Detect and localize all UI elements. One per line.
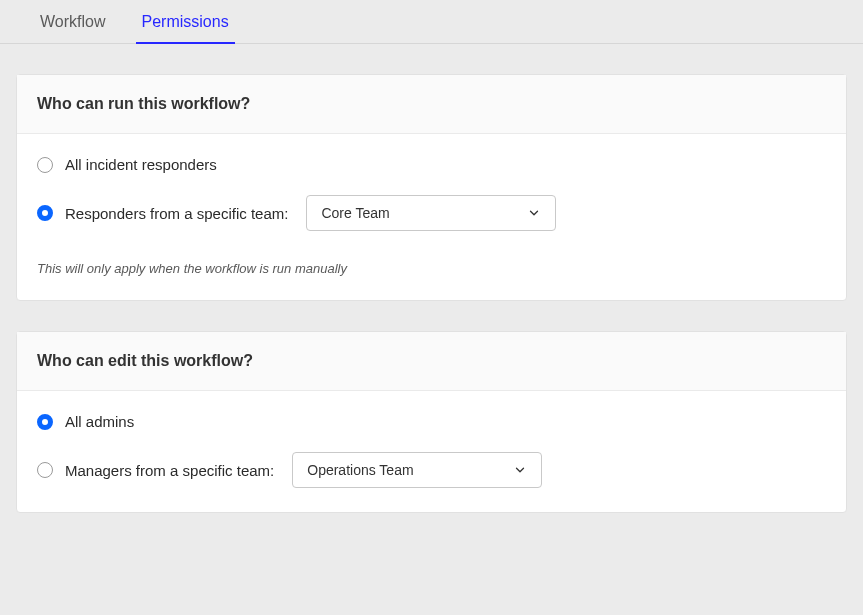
chevron-down-icon bbox=[513, 463, 527, 477]
run-section-hint: This will only apply when the workflow i… bbox=[37, 261, 826, 276]
run-team-select[interactable]: Core Team bbox=[306, 195, 556, 231]
radio-edit-team-label: Managers from a specific team: bbox=[65, 462, 274, 479]
edit-section-title: Who can edit this workflow? bbox=[17, 332, 846, 391]
run-section-title: Who can run this workflow? bbox=[17, 75, 846, 134]
tab-workflow[interactable]: Workflow bbox=[36, 5, 110, 43]
run-team-select-value: Core Team bbox=[321, 205, 389, 221]
radio-run-all-label: All incident responders bbox=[65, 156, 217, 173]
edit-team-select-value: Operations Team bbox=[307, 462, 413, 478]
radio-run-team[interactable] bbox=[37, 205, 53, 221]
content-area: Who can run this workflow? All incident … bbox=[0, 44, 863, 559]
radio-run-all[interactable] bbox=[37, 157, 53, 173]
radio-edit-all-label: All admins bbox=[65, 413, 134, 430]
run-option-team-row[interactable]: Responders from a specific team: Core Te… bbox=[37, 195, 826, 231]
chevron-down-icon bbox=[527, 206, 541, 220]
run-permissions-card: Who can run this workflow? All incident … bbox=[16, 74, 847, 301]
tab-bar: Workflow Permissions bbox=[0, 0, 863, 44]
run-section-body: All incident responders Responders from … bbox=[17, 134, 846, 300]
edit-team-select[interactable]: Operations Team bbox=[292, 452, 542, 488]
edit-option-all-row[interactable]: All admins bbox=[37, 413, 826, 430]
radio-edit-all[interactable] bbox=[37, 414, 53, 430]
radio-edit-team[interactable] bbox=[37, 462, 53, 478]
edit-section-body: All admins Managers from a specific team… bbox=[17, 391, 846, 512]
edit-option-team-row[interactable]: Managers from a specific team: Operation… bbox=[37, 452, 826, 488]
edit-permissions-card: Who can edit this workflow? All admins M… bbox=[16, 331, 847, 513]
radio-run-team-label: Responders from a specific team: bbox=[65, 205, 288, 222]
tab-permissions[interactable]: Permissions bbox=[138, 5, 233, 43]
run-option-all-row[interactable]: All incident responders bbox=[37, 156, 826, 173]
